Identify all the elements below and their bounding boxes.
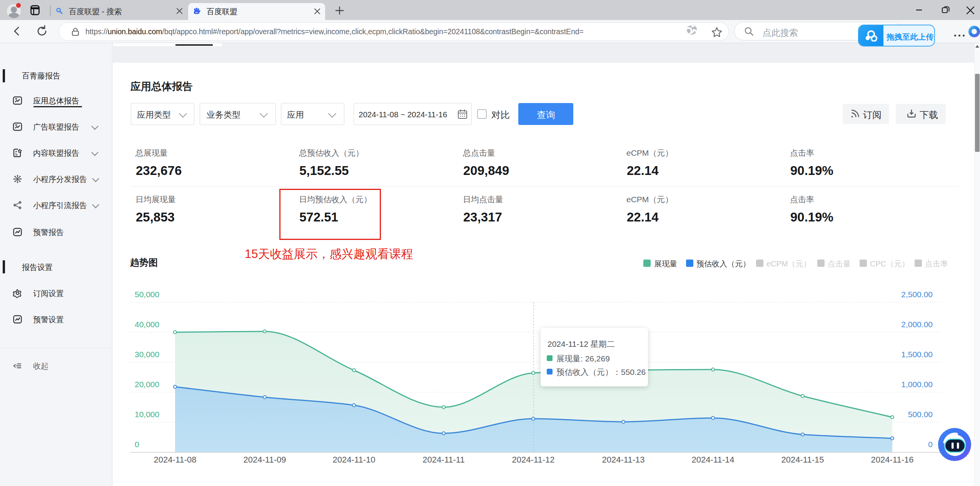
svg-text:2024-11-15: 2024-11-15	[781, 455, 824, 464]
svg-text:2024-11-16: 2024-11-16	[871, 455, 914, 464]
svg-text:0: 0	[135, 440, 139, 449]
svg-text:500.00: 500.00	[908, 410, 933, 419]
svg-text:2,000.00: 2,000.00	[901, 320, 933, 329]
svg-text:10,000: 10,000	[135, 410, 159, 419]
svg-text:50,000: 50,000	[135, 290, 159, 299]
svg-text:2024-11-12: 2024-11-12	[512, 455, 555, 464]
svg-text:40,000: 40,000	[135, 320, 159, 329]
svg-text:2024-11-10: 2024-11-10	[333, 455, 376, 464]
svg-text:1,000.00: 1,000.00	[901, 380, 933, 389]
svg-text:20,000: 20,000	[135, 380, 159, 389]
svg-text:2024-11-14: 2024-11-14	[692, 455, 735, 464]
svg-text:2024-11-09: 2024-11-09	[244, 455, 286, 464]
svg-text:2024-11-11: 2024-11-11	[422, 455, 464, 464]
svg-text:2024-11-08: 2024-11-08	[154, 455, 197, 464]
svg-text:30,000: 30,000	[135, 350, 159, 359]
svg-text:2024-11-13: 2024-11-13	[602, 455, 645, 464]
svg-text:2,500.00: 2,500.00	[901, 290, 933, 299]
svg-text:0: 0	[928, 440, 933, 449]
svg-text:1,500.00: 1,500.00	[901, 350, 933, 359]
